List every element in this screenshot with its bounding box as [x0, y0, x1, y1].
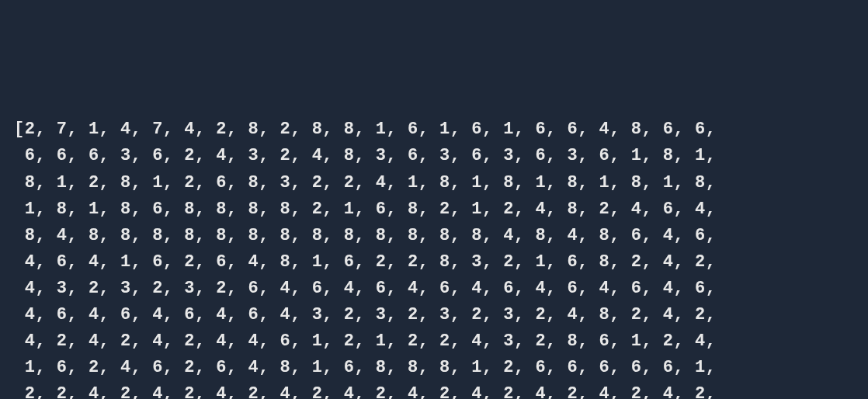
terminal-output: [2, 7, 1, 4, 7, 4, 2, 8, 2, 8, 8, 1, 6, … — [14, 116, 854, 399]
array-display: [2, 7, 1, 4, 7, 4, 2, 8, 2, 8, 8, 1, 6, … — [14, 120, 716, 399]
